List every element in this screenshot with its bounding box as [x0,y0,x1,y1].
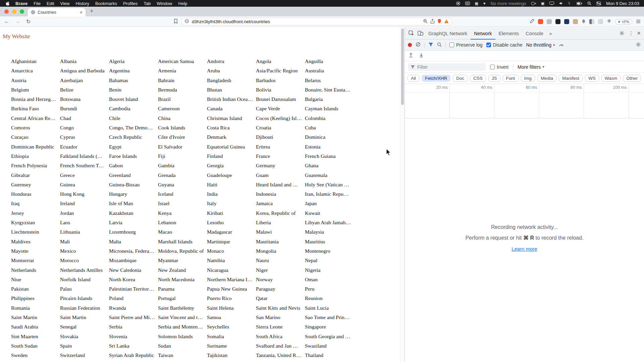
devtools-tab-graphql-network[interactable]: GraphQL Network [425,27,471,40]
site-info-icon[interactable] [184,19,189,25]
more-tabs-icon[interactable]: » [547,31,554,36]
extension-icon-5[interactable] [573,19,578,24]
extension-icon-2[interactable] [547,19,552,24]
menu-tab[interactable]: Tab [141,1,154,6]
clear-network-log-icon[interactable] [416,42,421,48]
keyboard-icon[interactable] [465,2,470,5]
extension-icon-6[interactable] [589,19,594,24]
timeline-tick: 40 ms [450,84,495,118]
record-network-log-button[interactable] [408,43,412,47]
devtools-tab-network[interactable]: Network [471,27,495,40]
filter-toggle-icon[interactable] [428,42,433,48]
filter-chip-img[interactable]: Img [521,75,535,82]
learn-more-link[interactable]: Learn more [512,246,537,252]
browser-tab-countries[interactable]: Countries × [28,8,86,16]
menu-file[interactable]: File [31,1,44,6]
puzzle-extensions-icon[interactable] [607,19,611,25]
menubar-clock[interactable]: Mon 9 Dec 23:03 [606,1,639,6]
har-export-icon[interactable] [419,53,424,59]
reload-button[interactable]: ↻ [26,18,31,25]
edit-pencil-icon[interactable] [530,19,534,25]
filter-chip-all[interactable]: All [408,75,419,82]
devtools-tab-console[interactable]: Console [522,27,547,40]
vpn-badge[interactable]: VPN [615,19,632,24]
window-grid-icon[interactable]: ▦ [475,1,478,6]
filter-chip-fetch-xhr[interactable]: Fetch/XHR [422,75,450,82]
focus-moon-icon[interactable]: ☾ [568,1,572,6]
brave-shields-icon[interactable] [437,19,441,25]
window-minimize-button[interactable] [12,9,16,14]
network-filter-input[interactable] [417,64,474,70]
heart-icon[interactable]: ♥ [483,1,486,5]
battery-icon[interactable] [577,2,582,5]
security-warning-icon[interactable] [444,19,449,25]
filter-chip-media[interactable]: Media [537,75,556,82]
preserve-log-option[interactable]: Preserve log [449,42,483,48]
new-tab-button[interactable]: + [90,8,94,15]
country-item: Mauritius [305,237,351,246]
network-filter-field[interactable] [408,63,486,71]
extension-icon-4[interactable] [564,19,569,24]
sidebar-bookmark-icon[interactable] [174,19,178,25]
menu-window[interactable]: Window [154,1,175,6]
menu-bookmarks[interactable]: Bookmarks [92,1,120,6]
devtools-kebab-menu-icon[interactable]: ⋮ [627,30,636,36]
filter-chip-js[interactable]: JS [488,75,500,82]
invert-checkbox[interactable] [490,65,495,69]
browser-menu-icon[interactable] [636,19,641,25]
invert-filter-option[interactable]: Invert [490,64,508,70]
country-item: Anguilla [305,57,351,66]
menu-edit[interactable]: Edit [44,1,57,6]
extension-icon-1[interactable] [538,19,543,24]
video-camera-icon[interactable] [531,2,536,5]
notification-bell-icon[interactable] [582,19,586,25]
country-item: Svalbard and Jan Mayen [256,341,302,351]
preserve-log-checkbox[interactable] [449,43,454,47]
meetings-status[interactable]: No more meetings [490,1,526,6]
tab-close-icon[interactable]: × [80,10,83,15]
filter-chip-css[interactable]: CSS [470,75,486,82]
throttling-dropdown[interactable]: No throttling ▾ [526,42,555,48]
screen-recording-icon[interactable] [456,1,460,5]
device-toolbar-icon[interactable] [416,29,425,38]
window-zoom-button[interactable] [20,9,24,14]
extension-icon-7[interactable] [598,19,603,24]
inspect-element-icon[interactable] [407,29,416,38]
filter-chip-font[interactable]: Font [503,75,519,82]
network-settings-gear-icon[interactable] [636,42,641,48]
back-button[interactable]: ← [4,18,9,24]
address-bar[interactable]: d3hzn3tyfnt3th.cloudfront.net/countries [181,18,452,25]
search-network-icon[interactable] [437,42,442,48]
zoom-icon[interactable] [423,19,428,25]
disable-cache-checkbox[interactable] [486,43,491,47]
menu-brave[interactable]: Brave [12,1,31,6]
disable-cache-option[interactable]: Disable cache [486,42,523,48]
network-conditions-icon[interactable] [559,42,564,48]
menu-profiles[interactable]: Profiles [120,1,141,6]
filter-chip-wasm[interactable]: Wasm [601,75,621,82]
har-import-icon[interactable] [409,53,413,59]
spotlight-search-icon[interactable] [587,1,591,5]
menu-view[interactable]: View [57,1,73,6]
apple-menu[interactable] [5,1,12,6]
devtools-settings-gear-icon[interactable] [618,29,627,38]
page-scrollbar[interactable] [400,27,405,362]
scrollbar-thumb[interactable] [401,28,404,105]
devtools-close-icon[interactable]: × [636,29,642,37]
more-filters-dropdown[interactable]: More filters ▾ [518,64,544,70]
display-icon[interactable] [549,2,554,5]
devtools-tab-elements[interactable]: Elements [495,27,522,40]
stage-manager-icon[interactable]: ▣ [541,1,544,6]
filter-chip-other[interactable]: Other [623,75,641,82]
forward-button[interactable]: → [15,18,20,24]
volume-icon[interactable] [559,2,563,5]
menu-help[interactable]: Help [175,1,191,6]
control-center-icon[interactable] [596,2,601,5]
filter-chip-doc[interactable]: Doc [453,75,468,82]
filter-chip-ws[interactable]: WS [585,75,599,82]
filter-chip-manifest[interactable]: Manifest [559,75,583,82]
share-icon[interactable] [430,19,435,25]
window-close-button[interactable] [4,9,9,14]
extension-icon-3[interactable] [555,19,560,24]
menu-history[interactable]: History [72,1,92,6]
